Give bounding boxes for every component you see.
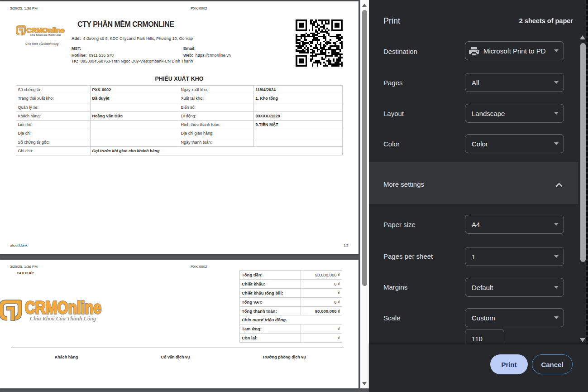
svg-text:Chìa Khoá Của Thành Công: Chìa Khoá Của Thành Công: [30, 33, 61, 36]
svg-text:Chìa Khoá Của Thành Công: Chìa Khoá Của Thành Công: [30, 315, 96, 321]
svg-text:CRMOnline: CRMOnline: [27, 26, 65, 34]
